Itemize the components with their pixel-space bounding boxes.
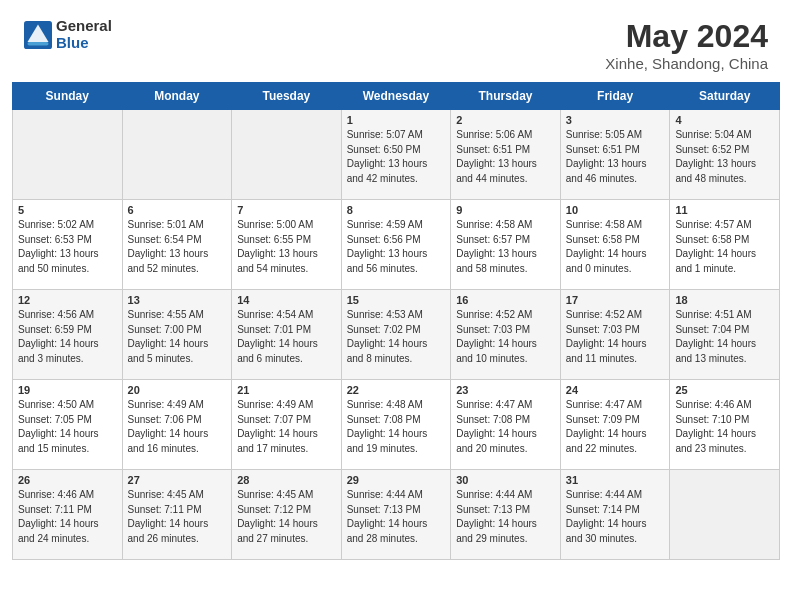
logo-general: General	[56, 18, 112, 35]
day-number: 23	[456, 384, 555, 396]
calendar-cell: 8Sunrise: 4:59 AM Sunset: 6:56 PM Daylig…	[341, 200, 451, 290]
day-number: 13	[128, 294, 227, 306]
calendar-cell: 7Sunrise: 5:00 AM Sunset: 6:55 PM Daylig…	[232, 200, 342, 290]
calendar-cell: 11Sunrise: 4:57 AM Sunset: 6:58 PM Dayli…	[670, 200, 780, 290]
day-info: Sunrise: 4:57 AM Sunset: 6:58 PM Dayligh…	[675, 218, 774, 276]
week-row-3: 19Sunrise: 4:50 AM Sunset: 7:05 PM Dayli…	[13, 380, 780, 470]
calendar-cell: 3Sunrise: 5:05 AM Sunset: 6:51 PM Daylig…	[560, 110, 670, 200]
day-info: Sunrise: 4:46 AM Sunset: 7:10 PM Dayligh…	[675, 398, 774, 456]
day-number: 27	[128, 474, 227, 486]
header-row: SundayMondayTuesdayWednesdayThursdayFrid…	[13, 83, 780, 110]
col-header-friday: Friday	[560, 83, 670, 110]
day-number: 12	[18, 294, 117, 306]
calendar-cell: 19Sunrise: 4:50 AM Sunset: 7:05 PM Dayli…	[13, 380, 123, 470]
calendar-cell: 26Sunrise: 4:46 AM Sunset: 7:11 PM Dayli…	[13, 470, 123, 560]
week-row-0: 1Sunrise: 5:07 AM Sunset: 6:50 PM Daylig…	[13, 110, 780, 200]
week-row-2: 12Sunrise: 4:56 AM Sunset: 6:59 PM Dayli…	[13, 290, 780, 380]
calendar-cell: 31Sunrise: 4:44 AM Sunset: 7:14 PM Dayli…	[560, 470, 670, 560]
day-info: Sunrise: 4:58 AM Sunset: 6:57 PM Dayligh…	[456, 218, 555, 276]
day-number: 9	[456, 204, 555, 216]
calendar-header: SundayMondayTuesdayWednesdayThursdayFrid…	[13, 83, 780, 110]
day-number: 24	[566, 384, 665, 396]
day-number: 14	[237, 294, 336, 306]
day-number: 31	[566, 474, 665, 486]
day-info: Sunrise: 4:44 AM Sunset: 7:13 PM Dayligh…	[456, 488, 555, 546]
calendar-cell: 27Sunrise: 4:45 AM Sunset: 7:11 PM Dayli…	[122, 470, 232, 560]
calendar-cell: 16Sunrise: 4:52 AM Sunset: 7:03 PM Dayli…	[451, 290, 561, 380]
day-number: 4	[675, 114, 774, 126]
calendar-cell: 13Sunrise: 4:55 AM Sunset: 7:00 PM Dayli…	[122, 290, 232, 380]
day-info: Sunrise: 4:47 AM Sunset: 7:08 PM Dayligh…	[456, 398, 555, 456]
calendar-wrap: SundayMondayTuesdayWednesdayThursdayFrid…	[0, 82, 792, 572]
day-number: 21	[237, 384, 336, 396]
calendar-cell: 14Sunrise: 4:54 AM Sunset: 7:01 PM Dayli…	[232, 290, 342, 380]
calendar-cell: 2Sunrise: 5:06 AM Sunset: 6:51 PM Daylig…	[451, 110, 561, 200]
day-number: 30	[456, 474, 555, 486]
day-info: Sunrise: 4:44 AM Sunset: 7:13 PM Dayligh…	[347, 488, 446, 546]
day-number: 1	[347, 114, 446, 126]
month-year: May 2024	[605, 18, 768, 55]
col-header-sunday: Sunday	[13, 83, 123, 110]
calendar-cell: 22Sunrise: 4:48 AM Sunset: 7:08 PM Dayli…	[341, 380, 451, 470]
calendar-cell: 18Sunrise: 4:51 AM Sunset: 7:04 PM Dayli…	[670, 290, 780, 380]
logo-text: General Blue	[56, 18, 112, 51]
col-header-monday: Monday	[122, 83, 232, 110]
day-number: 16	[456, 294, 555, 306]
day-info: Sunrise: 5:06 AM Sunset: 6:51 PM Dayligh…	[456, 128, 555, 186]
calendar-table: SundayMondayTuesdayWednesdayThursdayFrid…	[12, 82, 780, 560]
day-number: 18	[675, 294, 774, 306]
calendar-cell: 25Sunrise: 4:46 AM Sunset: 7:10 PM Dayli…	[670, 380, 780, 470]
day-number: 29	[347, 474, 446, 486]
day-info: Sunrise: 4:45 AM Sunset: 7:11 PM Dayligh…	[128, 488, 227, 546]
day-info: Sunrise: 4:47 AM Sunset: 7:09 PM Dayligh…	[566, 398, 665, 456]
header: General Blue May 2024 Xinhe, Shandong, C…	[0, 0, 792, 82]
day-info: Sunrise: 4:48 AM Sunset: 7:08 PM Dayligh…	[347, 398, 446, 456]
day-info: Sunrise: 5:05 AM Sunset: 6:51 PM Dayligh…	[566, 128, 665, 186]
calendar-cell	[122, 110, 232, 200]
calendar-body: 1Sunrise: 5:07 AM Sunset: 6:50 PM Daylig…	[13, 110, 780, 560]
day-number: 2	[456, 114, 555, 126]
day-info: Sunrise: 4:53 AM Sunset: 7:02 PM Dayligh…	[347, 308, 446, 366]
calendar-cell: 23Sunrise: 4:47 AM Sunset: 7:08 PM Dayli…	[451, 380, 561, 470]
day-number: 3	[566, 114, 665, 126]
week-row-1: 5Sunrise: 5:02 AM Sunset: 6:53 PM Daylig…	[13, 200, 780, 290]
day-number: 11	[675, 204, 774, 216]
day-info: Sunrise: 4:44 AM Sunset: 7:14 PM Dayligh…	[566, 488, 665, 546]
calendar-cell: 24Sunrise: 4:47 AM Sunset: 7:09 PM Dayli…	[560, 380, 670, 470]
day-info: Sunrise: 4:59 AM Sunset: 6:56 PM Dayligh…	[347, 218, 446, 276]
location: Xinhe, Shandong, China	[605, 55, 768, 72]
calendar-cell: 5Sunrise: 5:02 AM Sunset: 6:53 PM Daylig…	[13, 200, 123, 290]
day-info: Sunrise: 5:02 AM Sunset: 6:53 PM Dayligh…	[18, 218, 117, 276]
calendar-cell	[232, 110, 342, 200]
day-info: Sunrise: 4:45 AM Sunset: 7:12 PM Dayligh…	[237, 488, 336, 546]
day-number: 25	[675, 384, 774, 396]
generalblue-logo-icon	[24, 21, 52, 49]
calendar-cell: 10Sunrise: 4:58 AM Sunset: 6:58 PM Dayli…	[560, 200, 670, 290]
day-info: Sunrise: 4:50 AM Sunset: 7:05 PM Dayligh…	[18, 398, 117, 456]
day-number: 10	[566, 204, 665, 216]
calendar-cell	[13, 110, 123, 200]
day-number: 22	[347, 384, 446, 396]
calendar-cell	[670, 470, 780, 560]
calendar-cell: 29Sunrise: 4:44 AM Sunset: 7:13 PM Dayli…	[341, 470, 451, 560]
calendar-cell: 1Sunrise: 5:07 AM Sunset: 6:50 PM Daylig…	[341, 110, 451, 200]
day-number: 28	[237, 474, 336, 486]
day-info: Sunrise: 4:52 AM Sunset: 7:03 PM Dayligh…	[456, 308, 555, 366]
day-number: 5	[18, 204, 117, 216]
day-info: Sunrise: 4:54 AM Sunset: 7:01 PM Dayligh…	[237, 308, 336, 366]
col-header-wednesday: Wednesday	[341, 83, 451, 110]
day-info: Sunrise: 4:46 AM Sunset: 7:11 PM Dayligh…	[18, 488, 117, 546]
day-info: Sunrise: 4:51 AM Sunset: 7:04 PM Dayligh…	[675, 308, 774, 366]
svg-rect-2	[28, 42, 49, 46]
day-info: Sunrise: 4:55 AM Sunset: 7:00 PM Dayligh…	[128, 308, 227, 366]
col-header-thursday: Thursday	[451, 83, 561, 110]
day-number: 7	[237, 204, 336, 216]
calendar-cell: 15Sunrise: 4:53 AM Sunset: 7:02 PM Dayli…	[341, 290, 451, 380]
day-number: 26	[18, 474, 117, 486]
calendar-cell: 28Sunrise: 4:45 AM Sunset: 7:12 PM Dayli…	[232, 470, 342, 560]
day-info: Sunrise: 4:52 AM Sunset: 7:03 PM Dayligh…	[566, 308, 665, 366]
col-header-saturday: Saturday	[670, 83, 780, 110]
col-header-tuesday: Tuesday	[232, 83, 342, 110]
calendar-cell: 30Sunrise: 4:44 AM Sunset: 7:13 PM Dayli…	[451, 470, 561, 560]
day-info: Sunrise: 5:04 AM Sunset: 6:52 PM Dayligh…	[675, 128, 774, 186]
